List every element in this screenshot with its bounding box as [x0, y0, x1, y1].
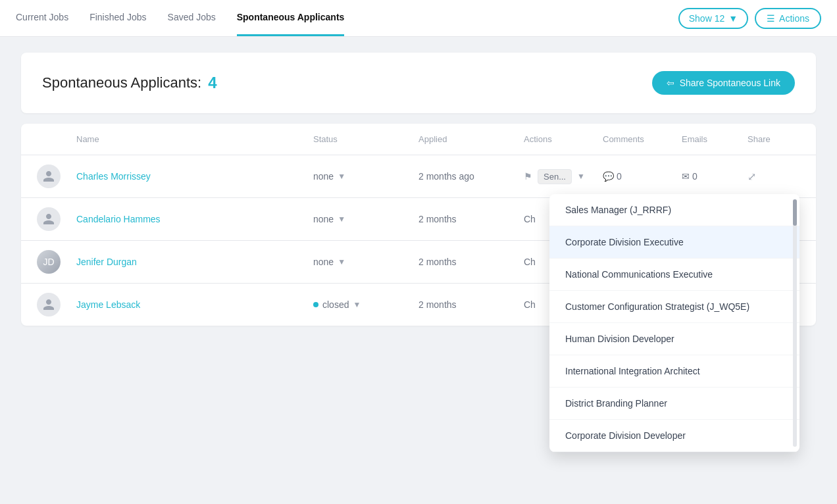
table-header: Name Status Applied Actions Comments Ema…: [21, 124, 816, 155]
dropdown-item[interactable]: National Communications Executive: [549, 259, 799, 291]
stats-count: 4: [208, 74, 216, 92]
send-button[interactable]: Sen...: [538, 169, 572, 184]
applied-cell: 2 months ago: [419, 171, 524, 182]
applicant-name[interactable]: Charles Morrissey: [76, 171, 313, 182]
status-cell: none ▼: [313, 257, 419, 267]
comment-icon: 💬: [603, 171, 614, 182]
dropdown-item[interactable]: Human Division Developer: [549, 323, 799, 341]
status-dropdown-arrow[interactable]: ▼: [338, 257, 345, 266]
scrollbar[interactable]: [793, 199, 797, 341]
action-label: Ch: [524, 214, 536, 224]
emails-cell: ✉ 0: [682, 171, 748, 182]
stats-title-text: Spontaneous Applicants:: [42, 74, 201, 91]
chevron-down-icon: ▼: [728, 13, 738, 24]
col-comments: Comments: [603, 134, 682, 144]
col-avatar: [37, 134, 76, 144]
job-dropdown-menu: Sales Manager (J_RRRF) Corporate Divisio…: [549, 194, 799, 341]
col-emails: Emails: [682, 134, 748, 144]
flag-icon: ⚑: [524, 171, 532, 182]
applied-cell: 2 months: [419, 299, 524, 310]
share-icon: ⇦: [667, 78, 674, 88]
status-dropdown-arrow[interactable]: ▼: [338, 214, 345, 224]
avatar: [37, 293, 76, 316]
applicant-name[interactable]: Candelario Hammes: [76, 214, 313, 224]
stats-card: Spontaneous Applicants: 4 ⇦ Share Sponta…: [21, 53, 816, 113]
list-icon: ☰: [767, 13, 775, 24]
actions-dropdown-arrow[interactable]: ▼: [577, 172, 585, 181]
applicant-avatar-photo: JD: [37, 250, 61, 274]
table-row: Charles Morrissey none ▼ 2 months ago ⚑ …: [21, 155, 816, 198]
share-spontaneous-link-button[interactable]: ⇦ Share Spontaneous Link: [652, 71, 795, 95]
show-12-button[interactable]: Show 12 ▼: [678, 8, 748, 29]
avatar: [37, 164, 76, 188]
actions-button[interactable]: ☰ Actions: [755, 8, 821, 29]
applicant-name[interactable]: Jenifer Durgan: [76, 257, 313, 267]
applicant-avatar-icon: [37, 164, 61, 188]
top-navigation: Current Jobs Finished Jobs Saved Jobs Sp…: [0, 0, 837, 37]
tab-spontaneous-applicants[interactable]: Spontaneous Applicants: [237, 0, 345, 36]
status-dropdown-arrow[interactable]: ▼: [353, 300, 361, 309]
status-text: none: [313, 257, 334, 267]
nav-tabs: Current Jobs Finished Jobs Saved Jobs Sp…: [16, 0, 344, 36]
dropdown-item[interactable]: Sales Manager (J_RRRF): [549, 194, 799, 226]
tab-current-jobs[interactable]: Current Jobs: [16, 0, 68, 36]
status-cell: none ▼: [313, 171, 419, 182]
email-icon: ✉: [682, 171, 690, 182]
status-text: closed: [322, 299, 349, 310]
tab-finished-jobs[interactable]: Finished Jobs: [89, 0, 146, 36]
status-text: none: [313, 171, 334, 182]
col-status: Status: [313, 134, 419, 144]
applicant-name[interactable]: Jayme Lebsack: [76, 299, 313, 310]
email-count: 0: [692, 171, 698, 182]
col-name: Name: [76, 134, 313, 144]
applied-cell: 2 months: [419, 214, 524, 224]
status-dot: [313, 302, 318, 307]
avatar: [37, 207, 76, 231]
applicant-avatar-icon: [37, 293, 61, 316]
comments-cell: 💬 0: [603, 171, 682, 182]
share-button-label: Share Spontaneous Link: [680, 78, 780, 88]
stats-title: Spontaneous Applicants: 4: [42, 74, 217, 92]
actions-label: Actions: [779, 13, 809, 24]
status-dropdown-arrow[interactable]: ▼: [338, 172, 345, 181]
col-share: Share: [748, 134, 800, 144]
col-actions: Actions: [524, 134, 603, 144]
col-applied: Applied: [419, 134, 524, 144]
action-label: Ch: [524, 257, 536, 267]
status-cell: closed ▼: [313, 299, 419, 310]
status-cell: none ▼: [313, 214, 419, 224]
avatar: JD: [37, 250, 76, 274]
applicant-avatar-icon: [37, 207, 61, 231]
dropdown-item-highlighted[interactable]: Corporate Division Executive: [549, 226, 799, 259]
nav-action-buttons: Show 12 ▼ ☰ Actions: [678, 8, 821, 29]
dropdown-item[interactable]: Customer Configuration Strategist (J_WQ5…: [549, 291, 799, 323]
scrollbar-thumb: [793, 199, 797, 226]
tab-saved-jobs[interactable]: Saved Jobs: [168, 0, 216, 36]
main-content: Spontaneous Applicants: 4 ⇦ Share Sponta…: [0, 37, 837, 341]
share-cell: ⤢: [748, 170, 800, 183]
action-label: Ch: [524, 299, 536, 310]
show-12-label: Show 12: [689, 13, 724, 24]
share-icon[interactable]: ⤢: [748, 171, 756, 182]
actions-cell: ⚑ Sen... ▼: [524, 169, 603, 184]
applied-cell: 2 months: [419, 257, 524, 267]
status-text: none: [313, 214, 334, 224]
send-label: Sen...: [544, 172, 566, 182]
comment-count: 0: [617, 171, 622, 182]
